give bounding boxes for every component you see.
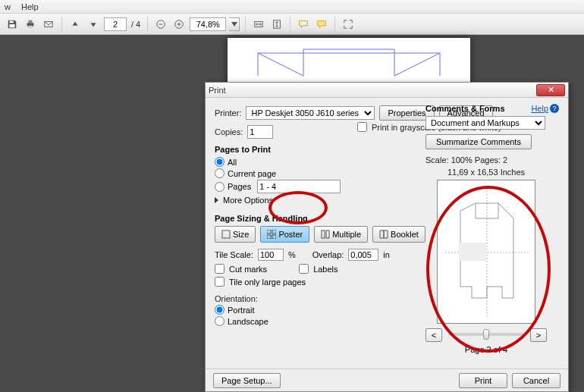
tile-large-label: Tile only large pages xyxy=(229,278,306,287)
fullscreen-icon[interactable] xyxy=(341,17,356,32)
page-up-icon[interactable] xyxy=(68,17,83,32)
svg-rect-24 xyxy=(459,243,486,261)
summarize-button[interactable]: Summarize Comments xyxy=(425,134,532,149)
current-label: Current page xyxy=(228,169,276,178)
pages-range-input[interactable] xyxy=(257,180,341,193)
comments-select[interactable]: Document and Markups xyxy=(425,116,545,130)
zoom-input[interactable] xyxy=(190,17,226,31)
menubar: w Help xyxy=(0,0,584,14)
overlap-input[interactable] xyxy=(348,249,378,261)
copies-label: Copies: xyxy=(215,127,243,136)
svg-rect-1 xyxy=(10,24,15,27)
labels-checkbox[interactable] xyxy=(299,264,309,274)
landscape-radio[interactable] xyxy=(215,316,224,326)
preview-page-label: Page 2 of 4 xyxy=(425,345,547,354)
pages-radio[interactable] xyxy=(215,182,224,192)
print-dialog: Print ✕ Help? Printer: HP Deskjet 3050 J… xyxy=(205,82,569,392)
zoom-in-icon[interactable] xyxy=(171,17,187,32)
fit-page-icon[interactable] xyxy=(269,17,284,32)
grayscale-checkbox[interactable] xyxy=(357,122,367,132)
tile-large-checkbox[interactable] xyxy=(215,277,224,287)
separator xyxy=(290,17,290,32)
next-page-icon[interactable]: > xyxy=(530,328,547,342)
print-button[interactable]: Print xyxy=(459,373,507,388)
dialog-titlebar: Print ✕ xyxy=(206,83,568,98)
svg-line-13 xyxy=(258,53,303,76)
zoom-dropdown-icon[interactable] xyxy=(229,17,240,31)
menu-view[interactable]: w xyxy=(3,2,12,11)
overlap-label: Overlap: xyxy=(312,250,344,259)
page-number-input[interactable] xyxy=(104,17,127,31)
sheet-info: 11,69 x 16,53 Inches xyxy=(425,168,547,177)
scale-info: Scale: 100% Pages: 2 xyxy=(425,155,560,165)
multiple-tab[interactable]: Multiple xyxy=(314,226,368,243)
printer-label: Printer: xyxy=(215,108,241,118)
prev-page-icon[interactable]: < xyxy=(425,328,442,342)
print-icon[interactable] xyxy=(23,17,38,32)
separator xyxy=(245,17,246,32)
pages-label: Pages xyxy=(228,182,251,191)
close-icon[interactable]: ✕ xyxy=(536,84,565,96)
poster-tab[interactable]: Poster xyxy=(260,226,309,243)
zoom-out-icon[interactable] xyxy=(153,17,168,32)
dialog-footer: Page Setup... Print Cancel xyxy=(206,368,568,391)
copies-input[interactable] xyxy=(247,125,273,139)
size-tab[interactable]: Size xyxy=(215,226,256,243)
portrait-radio[interactable] xyxy=(215,305,224,315)
separator xyxy=(147,17,148,32)
cutmarks-label: Cut marks xyxy=(229,265,267,274)
comment-add-icon[interactable] xyxy=(314,17,329,32)
preview-slider[interactable] xyxy=(448,333,524,336)
tile-scale-input[interactable] xyxy=(258,249,284,261)
tile-scale-pct: % xyxy=(288,250,296,259)
landscape-label: Landscape xyxy=(228,317,268,326)
triangle-icon xyxy=(215,197,218,203)
current-radio[interactable] xyxy=(215,168,224,178)
all-radio[interactable] xyxy=(215,157,224,167)
fit-width-icon[interactable] xyxy=(251,17,266,32)
page-setup-button[interactable]: Page Setup... xyxy=(213,373,281,388)
booklet-tab[interactable]: Booklet xyxy=(372,226,425,243)
svg-rect-20 xyxy=(322,230,325,238)
all-label: All xyxy=(228,158,237,167)
svg-rect-3 xyxy=(28,20,32,23)
portrait-label: Portrait xyxy=(228,306,254,315)
tile-scale-label: Tile Scale: xyxy=(215,250,253,259)
cancel-button[interactable]: Cancel xyxy=(512,373,560,388)
dialog-title: Print xyxy=(209,86,536,95)
comment-icon[interactable] xyxy=(296,17,311,32)
print-preview xyxy=(437,180,535,324)
page-down-icon[interactable] xyxy=(86,17,101,32)
cutmarks-checkbox[interactable] xyxy=(215,264,224,274)
overlap-unit: in xyxy=(383,250,390,259)
page-total: / 4 xyxy=(131,20,140,29)
svg-line-14 xyxy=(394,53,440,76)
svg-rect-18 xyxy=(267,235,271,239)
separator xyxy=(334,17,335,32)
labels-label: Labels xyxy=(313,265,338,274)
separator xyxy=(61,17,62,32)
svg-rect-17 xyxy=(272,230,276,234)
menu-help[interactable]: Help xyxy=(20,2,40,11)
mail-icon[interactable] xyxy=(41,17,56,32)
svg-rect-19 xyxy=(272,235,276,239)
save-icon[interactable] xyxy=(5,17,20,32)
comments-header: Comments & Forms xyxy=(425,104,560,113)
svg-rect-0 xyxy=(10,20,14,23)
svg-rect-16 xyxy=(267,230,271,234)
slider-thumb[interactable] xyxy=(483,329,489,340)
svg-rect-15 xyxy=(222,230,230,238)
svg-rect-21 xyxy=(326,230,329,238)
svg-rect-4 xyxy=(28,25,32,28)
printer-select[interactable]: HP Deskjet 3050 J610 series (сеть) xyxy=(246,106,375,120)
